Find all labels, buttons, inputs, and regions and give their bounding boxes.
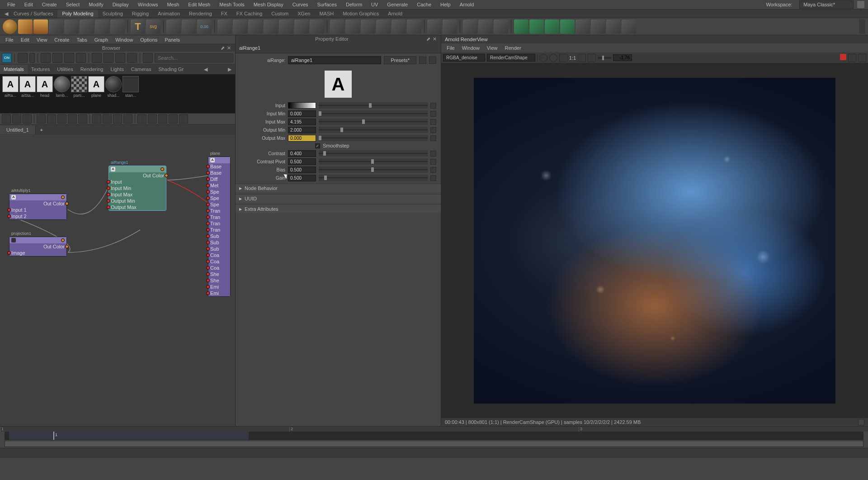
shelf-tab-fxcache[interactable]: FX Caching (232, 10, 267, 18)
shelf-cube-icon[interactable] (18, 19, 33, 34)
gain-field[interactable] (288, 175, 316, 181)
swatch-particle[interactable]: parti... (71, 76, 88, 111)
shelf-mirror-icon[interactable] (217, 19, 232, 34)
ne-icon-11[interactable] (113, 114, 122, 124)
menu-help[interactable]: Help (437, 0, 454, 9)
menu-select[interactable]: Select (62, 0, 84, 9)
inputmin-map-icon[interactable] (430, 111, 436, 117)
ne-icon-13[interactable] (137, 114, 146, 124)
swatch-shading[interactable]: shad... (105, 76, 122, 111)
pmenu-view[interactable]: View (33, 36, 51, 43)
rv-record-icon[interactable] (840, 54, 846, 60)
ne-add-tab-icon[interactable]: + (36, 125, 47, 134)
rv-channel-dropdown[interactable]: RGBA_denoise (443, 54, 485, 62)
bias-map-icon[interactable] (430, 167, 436, 173)
rv-camera-dropdown[interactable]: RenderCamShape (487, 54, 535, 62)
ne-tab-untitled[interactable]: Untitled_1 (0, 125, 36, 134)
ne-icon-3[interactable] (23, 114, 32, 124)
browser-close-icon[interactable]: ✕ (227, 45, 232, 51)
shelf-torus-icon[interactable] (64, 19, 79, 34)
shelf-append-icon[interactable] (376, 19, 391, 34)
tb-icon-2[interactable] (29, 53, 35, 63)
menu-deform[interactable]: Deform (342, 0, 366, 9)
rv-menu-window[interactable]: Window (458, 44, 483, 52)
shelf-retopo-icon[interactable] (279, 19, 293, 34)
menu-curves[interactable]: Curves (289, 0, 312, 9)
rv-status-button[interactable] (858, 419, 864, 425)
ne-icon-2[interactable] (12, 114, 21, 124)
rv-menu-view[interactable]: View (483, 44, 501, 52)
shelf-scroll-left[interactable]: ◀ (0, 10, 9, 18)
bias-slider[interactable] (319, 166, 428, 173)
inputmax-slider[interactable] (319, 119, 428, 125)
outputmax-map-icon[interactable] (430, 135, 436, 141)
shelf-tool1-icon[interactable] (166, 19, 181, 34)
rv-frame-icon[interactable] (578, 54, 586, 62)
ne-icon-10[interactable] (103, 114, 112, 124)
swatch-airange[interactable]: AaiRa... (2, 76, 19, 111)
smoothstep-checkbox[interactable]: ✓ (315, 143, 320, 148)
tb-icon-11[interactable] (143, 53, 153, 63)
inputmin-slider[interactable] (319, 110, 428, 117)
search-input[interactable] (155, 53, 233, 62)
ne-icon-12[interactable] (123, 114, 132, 124)
shelf-bevel-icon[interactable] (345, 19, 360, 34)
outputmax-slider[interactable] (319, 135, 428, 141)
render-viewport[interactable] (441, 63, 868, 418)
tb-icon-9[interactable] (115, 53, 125, 63)
shelf-platonic-icon[interactable] (110, 19, 125, 34)
ne-icon-1[interactable] (2, 114, 11, 124)
menu-editmesh[interactable]: Edit Mesh (184, 0, 214, 9)
shelf-plane-icon[interactable] (80, 19, 94, 34)
contrast-map-icon[interactable] (430, 151, 436, 157)
menu-mesh[interactable]: Mesh (163, 0, 183, 9)
cat-arrow-left-icon[interactable]: ◀ (200, 65, 211, 74)
shelf-sphere-icon[interactable] (3, 19, 17, 34)
shelf-tab-xgen[interactable]: XGen (293, 10, 315, 18)
rv-isolate-icon[interactable] (549, 54, 557, 62)
cat-materials[interactable]: Materials (0, 65, 28, 74)
shelf-scroll-icon[interactable] (859, 19, 865, 34)
ne-icon-5[interactable] (47, 114, 56, 124)
shelf-tab-rendering[interactable]: Rendering (184, 10, 217, 18)
gain-slider[interactable] (319, 175, 428, 181)
shelf-bridge-icon[interactable] (361, 19, 375, 34)
shelf-extrude-icon[interactable] (330, 19, 344, 34)
rv-exposure-slider[interactable] (598, 57, 611, 59)
swatch-head[interactable]: Ahead (36, 76, 53, 111)
prop-close-icon[interactable]: ✕ (433, 36, 438, 42)
prop-popout-icon[interactable]: ⬈ (426, 36, 432, 42)
shelf-collapse-icon[interactable] (407, 19, 421, 34)
menu-windows[interactable]: Windows (134, 0, 162, 9)
node-projection1[interactable]: projection1 Out Color Image (9, 237, 67, 257)
shelf-bool3-icon[interactable] (545, 19, 559, 34)
menu-meshdisplay[interactable]: Mesh Display (250, 0, 287, 9)
shelf-combine-icon[interactable] (233, 19, 247, 34)
input-swatch[interactable] (288, 102, 316, 109)
ne-icon-17[interactable] (179, 114, 188, 124)
tb-icon-1[interactable] (18, 53, 28, 63)
shelf-bool8-icon[interactable] (622, 19, 636, 34)
inputmax-map-icon[interactable] (430, 119, 436, 125)
shelf-tool2-icon[interactable] (182, 19, 196, 34)
shelf-separate-icon[interactable] (248, 19, 263, 34)
ne-icon-14[interactable] (148, 114, 157, 124)
shelf-tab-animation[interactable]: Animation (153, 10, 184, 18)
shelf-tab-rigging[interactable]: Rigging (127, 10, 153, 18)
node-aimultiply1[interactable]: aiMultiply1 A Out Color Input 1 Input 2 (9, 194, 67, 220)
shelf-insert-icon[interactable] (478, 19, 493, 34)
menu-meshtools[interactable]: Mesh Tools (216, 0, 248, 9)
tb-icon-6[interactable] (76, 53, 86, 63)
tb-icon-4[interactable] (52, 53, 62, 63)
outputmax-field[interactable] (288, 135, 316, 142)
shelf-tab-curves[interactable]: Curves / Surfaces (9, 10, 57, 18)
shelf-bool7-icon[interactable] (606, 19, 621, 34)
pmenu-options[interactable]: Options (137, 36, 161, 43)
section-extra[interactable]: ▶Extra Attributes (236, 204, 441, 213)
menu-create[interactable]: Create (38, 0, 61, 9)
section-node-behavior[interactable]: ▶Node Behavior (236, 184, 441, 192)
swatch-aista[interactable]: AaiSta... (19, 76, 36, 111)
shelf-multicut-icon[interactable] (463, 19, 477, 34)
shelf-fill-icon[interactable] (392, 19, 406, 34)
shelf-bool6-icon[interactable] (591, 19, 605, 34)
